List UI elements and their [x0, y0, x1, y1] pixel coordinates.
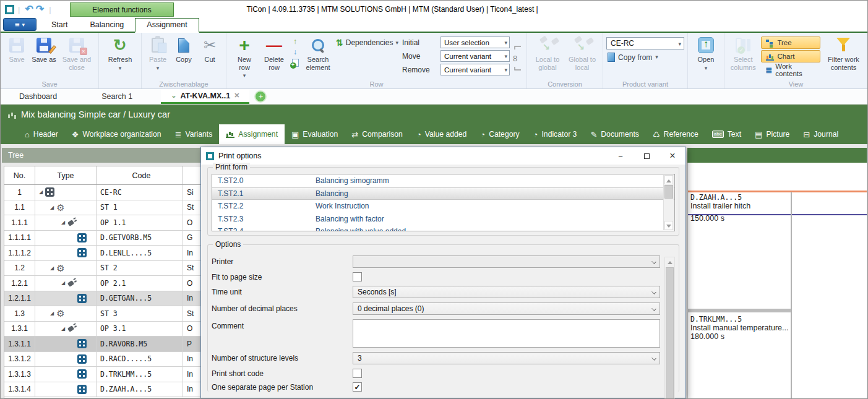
- table-row[interactable]: 1.2.1 ◢ OP 2.1 O: [4, 276, 207, 291]
- tab-comparison[interactable]: ⇄Comparison: [345, 124, 410, 144]
- tab-header[interactable]: ⌂Header: [18, 124, 65, 144]
- local-to-global-button[interactable]: ↘ Local to global: [530, 35, 565, 72]
- scroll-thumb[interactable]: [666, 267, 674, 399]
- copy-from-button[interactable]: Copy from ▾: [606, 53, 684, 62]
- fit-to-page-checkbox[interactable]: [353, 272, 362, 281]
- list-item[interactable]: T.ST2.4 Balancing with value added: [212, 225, 674, 231]
- move-row-up-button[interactable]: ↑: [290, 36, 300, 46]
- paste-button[interactable]: Paste ▾: [145, 35, 171, 72]
- view-tree-toggle[interactable]: Tree: [761, 36, 820, 49]
- tab-start[interactable]: Start: [40, 19, 79, 32]
- open-button[interactable]: ↑ Open ▾: [691, 35, 721, 72]
- doc-tab-at-kva[interactable]: ⌄ AT-KVA.MX..1 ✕: [161, 89, 249, 104]
- initial-select[interactable]: User selection ▾: [440, 36, 510, 48]
- expand-icon[interactable]: ◢: [61, 326, 65, 332]
- main-menu-button[interactable]: ≡ ▾: [3, 18, 37, 31]
- tab-assignment[interactable]: Assignment: [135, 18, 199, 33]
- doc-tab-dashboard[interactable]: Dashboard: [9, 89, 67, 104]
- chevron-down-icon[interactable]: ⌄: [171, 92, 176, 100]
- work-content-card[interactable]: D.ZAAH.A...5 Install trailer hitch 150.0…: [690, 193, 790, 223]
- dialog-title-bar[interactable]: Print options − ×: [201, 147, 685, 165]
- table-row[interactable]: 1.3.1 ◢ OP 3.1 O: [4, 322, 207, 337]
- col-header-code[interactable]: Code: [97, 166, 183, 184]
- tab-value-added[interactable]: ◔Value added: [410, 124, 473, 144]
- scroll-down-icon[interactable]: [664, 221, 673, 230]
- cut-button[interactable]: ✂ Cut: [197, 35, 223, 65]
- filter-work-contents-button[interactable]: Filter work contents: [823, 35, 864, 72]
- expand-icon[interactable]: ◢: [50, 265, 54, 271]
- new-row-button[interactable]: + New row ▾: [230, 35, 259, 80]
- tab-balancing[interactable]: Balancing: [79, 19, 135, 32]
- decimal-places-select[interactable]: 0 decimal places (0): [353, 302, 660, 315]
- insert-row-button[interactable]: +: [290, 58, 300, 67]
- table-row-selected[interactable]: 1.3.1.1 D.RAVORB.M5 P: [4, 337, 207, 352]
- comment-input[interactable]: [353, 319, 660, 348]
- element-functions-chip[interactable]: Element functions: [70, 2, 174, 17]
- list-item[interactable]: T.ST2.2 Work Instruction: [212, 200, 674, 213]
- expand-icon[interactable]: ◢: [50, 205, 54, 210]
- move-row-down-button[interactable]: ↓: [290, 47, 300, 57]
- col-header-type[interactable]: Type: [35, 166, 97, 184]
- doc-tab-search1[interactable]: Search 1: [92, 89, 142, 104]
- table-row[interactable]: 1.1.1.1 D.GETVORB.M5 G: [4, 231, 207, 246]
- save-as-button[interactable]: Save as: [30, 35, 58, 65]
- table-row[interactable]: 1.3.1.4 D.ZAAH.A...5 In: [4, 382, 207, 398]
- global-to-local-button[interactable]: ↘ Global to local: [565, 35, 599, 72]
- tab-picture[interactable]: ▤Picture: [748, 124, 796, 144]
- table-row[interactable]: 1.1.1 ◢ OP 1.1 O: [4, 215, 207, 231]
- tab-evaluation[interactable]: ▣Evaluation: [285, 124, 345, 144]
- close-button[interactable]: ×: [660, 148, 685, 165]
- table-row-selected[interactable]: 1.2.1.1 D.GETGAN...5 In: [4, 291, 207, 307]
- select-columns-button[interactable]: ✓ Select columns: [728, 35, 758, 72]
- refresh-button[interactable]: ↻ Refresh ▾: [102, 35, 138, 72]
- redo-icon[interactable]: ↷: [35, 4, 45, 14]
- table-row[interactable]: 1.3.1.2 D.RACD.....5 In: [4, 352, 207, 367]
- delete-row-button[interactable]: — Delete row: [259, 35, 289, 72]
- options-scrollbar[interactable]: [664, 257, 675, 399]
- table-row[interactable]: 1.3.1.3 D.TRKLMM...5 In: [4, 367, 207, 382]
- search-element-button[interactable]: Search element: [301, 35, 335, 72]
- save-and-close-button[interactable]: × Save and close: [58, 35, 95, 72]
- tab-workplace-organization[interactable]: ❖Workplace organization: [65, 124, 168, 144]
- save-button[interactable]: Save: [4, 35, 30, 65]
- maximize-button[interactable]: [634, 148, 660, 165]
- time-unit-select[interactable]: Seconds [s]: [353, 286, 660, 298]
- tab-journal[interactable]: ⊟Journal: [796, 124, 845, 144]
- copy-button[interactable]: Copy: [171, 35, 197, 65]
- new-tab-button[interactable]: +: [256, 92, 265, 101]
- minimize-button[interactable]: −: [608, 148, 634, 165]
- tab-indicator-3[interactable]: ◔Indicator 3: [526, 124, 584, 144]
- product-variant-select[interactable]: CE-RC ▾: [606, 37, 684, 49]
- list-item[interactable]: T.ST2.3 Balancing with factor: [212, 213, 674, 226]
- structure-levels-select[interactable]: 3: [353, 352, 660, 364]
- table-row[interactable]: 1.3 ◢⚙ ST 3 St: [4, 306, 207, 322]
- move-select[interactable]: Current variant ▾: [440, 50, 510, 62]
- scroll-up-icon[interactable]: [665, 259, 674, 264]
- printer-select[interactable]: [353, 255, 660, 268]
- work-content-card[interactable]: D.TRKLMM...5 Install manual temperature.…: [690, 315, 790, 341]
- scroll-up-icon[interactable]: [664, 175, 673, 184]
- print-form-list[interactable]: T.ST2.0 Balancing simogramm T.ST2.1 Bala…: [212, 174, 675, 231]
- scroll-thumb[interactable]: [664, 185, 673, 199]
- dependencies-button[interactable]: ⇅ Dependencies ▾: [336, 38, 398, 48]
- tab-variants[interactable]: ≣Variants: [168, 124, 220, 144]
- tab-category[interactable]: ◔Category: [473, 124, 526, 144]
- table-row[interactable]: 1.1 ◢⚙ ST 1 St: [4, 200, 207, 216]
- tab-assignment[interactable]: Assignment: [219, 124, 285, 144]
- expand-icon[interactable]: ◢: [39, 189, 43, 195]
- table-row[interactable]: 1.1.1.2 D.LENLL....5 In: [4, 246, 207, 261]
- separate-page-checkbox[interactable]: ✓: [353, 382, 362, 392]
- view-work-contents-toggle[interactable]: ≣ Work contents: [761, 64, 820, 76]
- col-header-no[interactable]: No.: [4, 166, 35, 184]
- print-short-code-checkbox[interactable]: [353, 369, 362, 378]
- table-row[interactable]: 1.2 ◢⚙ ST 2 St: [4, 261, 207, 277]
- list-item-selected[interactable]: T.ST2.1 Balancing: [212, 187, 674, 200]
- remove-select[interactable]: Current variant ▾: [440, 64, 510, 75]
- close-tab-icon[interactable]: ✕: [234, 92, 239, 100]
- table-row[interactable]: 1 ◢ CE-RC Si: [4, 185, 207, 200]
- tab-text[interactable]: abcText: [705, 124, 748, 144]
- list-scrollbar[interactable]: [663, 175, 674, 230]
- expand-icon[interactable]: ◢: [61, 280, 65, 286]
- tab-documents[interactable]: ✎Documents: [583, 124, 646, 144]
- expand-icon[interactable]: ◢: [50, 311, 54, 316]
